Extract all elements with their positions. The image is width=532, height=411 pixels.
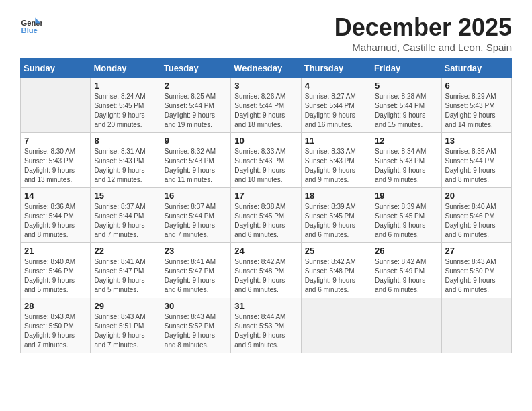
day-number: 5 (375, 81, 437, 91)
day-info: Sunrise: 8:40 AMSunset: 5:46 PMDaylight:… (445, 202, 508, 240)
day-number: 30 (165, 301, 227, 311)
calendar-week-row: 14Sunrise: 8:36 AMSunset: 5:44 PMDayligh… (21, 188, 512, 243)
day-number: 24 (234, 246, 297, 256)
calendar-cell: 31Sunrise: 8:44 AMSunset: 5:53 PMDayligh… (231, 298, 301, 353)
calendar-cell (441, 298, 511, 353)
day-number: 25 (305, 246, 367, 256)
calendar-cell: 11Sunrise: 8:33 AMSunset: 5:43 PMDayligh… (301, 133, 371, 188)
calendar-cell: 20Sunrise: 8:40 AMSunset: 5:46 PMDayligh… (441, 188, 511, 243)
calendar-week-row: 28Sunrise: 8:43 AMSunset: 5:50 PMDayligh… (21, 298, 512, 353)
title-block: December 2025 Mahamud, Castille and Leon… (335, 13, 512, 53)
day-info: Sunrise: 8:34 AMSunset: 5:43 PMDaylight:… (375, 147, 437, 185)
day-info: Sunrise: 8:33 AMSunset: 5:43 PMDaylight:… (234, 147, 297, 185)
logo-icon: General Blue (20, 13, 42, 35)
svg-text:Blue: Blue (21, 26, 38, 34)
day-number: 29 (94, 301, 157, 311)
day-info: Sunrise: 8:44 AMSunset: 5:53 PMDaylight:… (234, 312, 297, 350)
calendar-week-row: 1Sunrise: 8:24 AMSunset: 5:45 PMDaylight… (21, 78, 512, 133)
calendar-cell: 9Sunrise: 8:32 AMSunset: 5:43 PMDaylight… (161, 133, 230, 188)
calendar-cell: 17Sunrise: 8:38 AMSunset: 5:45 PMDayligh… (231, 188, 301, 243)
calendar-cell: 15Sunrise: 8:37 AMSunset: 5:44 PMDayligh… (91, 188, 161, 243)
day-number: 10 (234, 136, 297, 146)
weekday-header-sunday: Sunday (21, 59, 91, 78)
day-number: 27 (445, 246, 508, 256)
day-info: Sunrise: 8:41 AMSunset: 5:47 PMDaylight:… (94, 257, 157, 295)
day-info: Sunrise: 8:42 AMSunset: 5:48 PMDaylight:… (305, 257, 367, 295)
calendar-cell: 24Sunrise: 8:42 AMSunset: 5:48 PMDayligh… (231, 243, 301, 298)
calendar-cell: 21Sunrise: 8:40 AMSunset: 5:46 PMDayligh… (21, 243, 91, 298)
day-info: Sunrise: 8:29 AMSunset: 5:43 PMDaylight:… (445, 92, 508, 130)
day-info: Sunrise: 8:43 AMSunset: 5:50 PMDaylight:… (24, 312, 87, 350)
calendar-cell (21, 78, 91, 133)
calendar-cell: 23Sunrise: 8:41 AMSunset: 5:47 PMDayligh… (161, 243, 230, 298)
calendar-cell: 5Sunrise: 8:28 AMSunset: 5:44 PMDaylight… (371, 78, 441, 133)
day-number: 8 (94, 136, 157, 146)
day-number: 31 (234, 301, 297, 311)
day-info: Sunrise: 8:37 AMSunset: 5:44 PMDaylight:… (165, 202, 227, 240)
day-info: Sunrise: 8:32 AMSunset: 5:43 PMDaylight:… (165, 147, 227, 185)
calendar-cell: 6Sunrise: 8:29 AMSunset: 5:43 PMDaylight… (441, 78, 511, 133)
calendar-cell: 27Sunrise: 8:43 AMSunset: 5:50 PMDayligh… (441, 243, 511, 298)
day-info: Sunrise: 8:42 AMSunset: 5:48 PMDaylight:… (234, 257, 297, 295)
day-info: Sunrise: 8:40 AMSunset: 5:46 PMDaylight:… (24, 257, 87, 295)
calendar-cell: 1Sunrise: 8:24 AMSunset: 5:45 PMDaylight… (91, 78, 161, 133)
day-number: 15 (94, 191, 157, 201)
calendar-cell: 25Sunrise: 8:42 AMSunset: 5:48 PMDayligh… (301, 243, 371, 298)
calendar-cell: 8Sunrise: 8:31 AMSunset: 5:43 PMDaylight… (91, 133, 161, 188)
day-number: 12 (375, 136, 437, 146)
day-number: 7 (24, 136, 87, 146)
day-number: 1 (94, 81, 157, 91)
day-number: 21 (24, 246, 87, 256)
calendar-cell: 3Sunrise: 8:26 AMSunset: 5:44 PMDaylight… (231, 78, 301, 133)
day-info: Sunrise: 8:38 AMSunset: 5:45 PMDaylight:… (234, 202, 297, 240)
calendar-cell: 16Sunrise: 8:37 AMSunset: 5:44 PMDayligh… (161, 188, 230, 243)
day-number: 6 (445, 81, 508, 91)
weekday-header-friday: Friday (371, 59, 441, 78)
day-number: 11 (305, 136, 367, 146)
day-info: Sunrise: 8:24 AMSunset: 5:45 PMDaylight:… (94, 92, 157, 130)
calendar-cell: 29Sunrise: 8:43 AMSunset: 5:51 PMDayligh… (91, 298, 161, 353)
day-number: 9 (165, 136, 227, 146)
day-number: 22 (94, 246, 157, 256)
weekday-header-monday: Monday (91, 59, 161, 78)
day-number: 17 (234, 191, 297, 201)
calendar-cell: 4Sunrise: 8:27 AMSunset: 5:44 PMDaylight… (301, 78, 371, 133)
day-info: Sunrise: 8:37 AMSunset: 5:44 PMDaylight:… (94, 202, 157, 240)
day-info: Sunrise: 8:25 AMSunset: 5:44 PMDaylight:… (165, 92, 227, 130)
day-number: 14 (24, 191, 87, 201)
day-info: Sunrise: 8:31 AMSunset: 5:43 PMDaylight:… (94, 147, 157, 185)
calendar-cell: 18Sunrise: 8:39 AMSunset: 5:45 PMDayligh… (301, 188, 371, 243)
day-info: Sunrise: 8:39 AMSunset: 5:45 PMDaylight:… (375, 202, 437, 240)
day-info: Sunrise: 8:30 AMSunset: 5:43 PMDaylight:… (24, 147, 87, 185)
day-info: Sunrise: 8:27 AMSunset: 5:44 PMDaylight:… (305, 92, 367, 130)
calendar-table: SundayMondayTuesdayWednesdayThursdayFrid… (20, 58, 512, 353)
weekday-header-tuesday: Tuesday (161, 59, 230, 78)
calendar-cell: 19Sunrise: 8:39 AMSunset: 5:45 PMDayligh… (371, 188, 441, 243)
weekday-header-thursday: Thursday (301, 59, 371, 78)
day-number: 28 (24, 301, 87, 311)
day-info: Sunrise: 8:28 AMSunset: 5:44 PMDaylight:… (375, 92, 437, 130)
calendar-subtitle: Mahamud, Castille and Leon, Spain (335, 42, 512, 53)
logo: General Blue (20, 13, 42, 35)
day-number: 26 (375, 246, 437, 256)
day-info: Sunrise: 8:42 AMSunset: 5:49 PMDaylight:… (375, 257, 437, 295)
calendar-cell (301, 298, 371, 353)
day-info: Sunrise: 8:35 AMSunset: 5:44 PMDaylight:… (445, 147, 508, 185)
calendar-cell: 12Sunrise: 8:34 AMSunset: 5:43 PMDayligh… (371, 133, 441, 188)
calendar-week-row: 21Sunrise: 8:40 AMSunset: 5:46 PMDayligh… (21, 243, 512, 298)
day-info: Sunrise: 8:26 AMSunset: 5:44 PMDaylight:… (234, 92, 297, 130)
calendar-cell: 22Sunrise: 8:41 AMSunset: 5:47 PMDayligh… (91, 243, 161, 298)
day-info: Sunrise: 8:43 AMSunset: 5:50 PMDaylight:… (445, 257, 508, 295)
day-info: Sunrise: 8:36 AMSunset: 5:44 PMDaylight:… (24, 202, 87, 240)
weekday-header-saturday: Saturday (441, 59, 511, 78)
page-header: General Blue December 2025 Mahamud, Cast… (20, 13, 512, 53)
weekday-header-wednesday: Wednesday (231, 59, 301, 78)
day-info: Sunrise: 8:39 AMSunset: 5:45 PMDaylight:… (305, 202, 367, 240)
day-number: 16 (165, 191, 227, 201)
calendar-title: December 2025 (335, 13, 512, 42)
calendar-cell: 2Sunrise: 8:25 AMSunset: 5:44 PMDaylight… (161, 78, 230, 133)
day-info: Sunrise: 8:41 AMSunset: 5:47 PMDaylight:… (165, 257, 227, 295)
day-info: Sunrise: 8:43 AMSunset: 5:52 PMDaylight:… (165, 312, 227, 350)
day-number: 23 (165, 246, 227, 256)
day-number: 2 (165, 81, 227, 91)
